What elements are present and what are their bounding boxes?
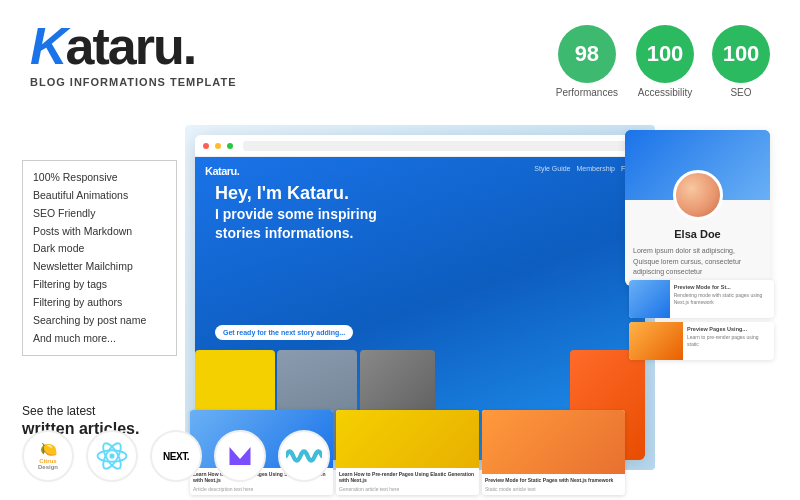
scores-container: 98 Performances 100 Accessibility 100 SE…: [556, 25, 770, 98]
score-circle-accessibility: 100: [636, 25, 694, 83]
address-bar: [243, 141, 637, 151]
right-preview-stack: Preview Mode for St... Rendering mode wi…: [629, 280, 774, 360]
header: Kataru. BLOG INFORMATIONS TEMPLATE 98 Pe…: [0, 0, 800, 108]
profile-card: Elsa Doe Lorem ipsum dolor sit adipiscin…: [625, 130, 770, 286]
rp-card-img-1: [629, 280, 670, 318]
preview-nav: Style Guide Membership FAQ: [534, 165, 635, 172]
score-accessibility: 100 Accessibility: [636, 25, 694, 98]
mock-nav: [195, 135, 645, 157]
right-preview-card-1: Preview Mode for St... Rendering mode wi…: [629, 280, 774, 318]
brand-citrus: 🍋 Citrus Design: [22, 430, 74, 482]
feature-item: Beautiful Animations: [33, 187, 166, 205]
m-icon: [225, 441, 255, 471]
feature-item: 100% Responsive: [33, 169, 166, 187]
brand-next: NEXT.: [150, 430, 202, 482]
page-container: Kataru. BLOG INFORMATIONS TEMPLATE 98 Pe…: [0, 0, 800, 500]
logo-subtitle: BLOG INFORMATIONS TEMPLATE: [30, 76, 236, 88]
logo-rest: ataru.: [66, 17, 196, 75]
mini-card-3: Preview Mode for Static Pages with Next.…: [482, 410, 625, 495]
mini-card-text-2: Learn How to Pre-render Pages Using Elas…: [336, 468, 479, 496]
score-seo: 100 SEO: [712, 25, 770, 98]
logo: Kataru.: [30, 20, 236, 72]
brand-m: [214, 430, 266, 482]
svg-point-3: [109, 453, 114, 458]
feature-item: And much more...: [33, 330, 166, 348]
feature-item: Newsletter Mailchimp: [33, 258, 166, 276]
brand-react: [86, 430, 138, 482]
mini-card-2: Learn How to Pre-render Pages Using Elas…: [336, 410, 479, 495]
hero-text: Hey, I'm Kataru. I provide some inspirin…: [215, 182, 377, 242]
rp-card-text-1: Preview Mode for St... Rendering mode wi…: [670, 280, 774, 318]
score-label-performances: Performances: [556, 87, 618, 98]
score-label-accessibility: Accessibility: [638, 87, 692, 98]
brand-logos: 🍋 Citrus Design NEXT.: [22, 430, 330, 482]
mini-card-img-2: [336, 410, 479, 468]
score-label-seo: SEO: [730, 87, 751, 98]
profile-header-img: [625, 130, 770, 200]
wave-icon: [286, 445, 322, 467]
react-icon: [96, 440, 128, 472]
rp-card-img-2: [629, 322, 683, 360]
score-circle-seo: 100: [712, 25, 770, 83]
feature-item: Filtering by authors: [33, 294, 166, 312]
cta-button[interactable]: Get ready for the next story adding...: [215, 325, 353, 340]
nav-dot-red: [203, 143, 209, 149]
avatar: [673, 170, 723, 220]
preview-logo: Kataru.: [205, 165, 239, 177]
logo-section: Kataru. BLOG INFORMATIONS TEMPLATE: [30, 20, 236, 88]
nav-dot-green: [227, 143, 233, 149]
rp-card-text-2: Preview Pages Using... Learn to pre-rend…: [683, 322, 774, 360]
brand-wave: [278, 430, 330, 482]
score-circle-performances: 98: [558, 25, 616, 83]
feature-item: Searching by post name: [33, 312, 166, 330]
mini-card-text-3: Preview Mode for Static Pages with Next.…: [482, 474, 625, 495]
feature-item: Posts with Markdown: [33, 223, 166, 241]
logo-k: K: [30, 17, 66, 75]
right-preview-card-2: Preview Pages Using... Learn to pre-rend…: [629, 322, 774, 360]
feature-item: Dark mode: [33, 240, 166, 258]
nav-dot-yellow: [215, 143, 221, 149]
features-box: 100% Responsive Beautiful Animations SEO…: [22, 160, 177, 356]
feature-item: SEO Friendly: [33, 205, 166, 223]
feature-item: Filtering by tags: [33, 276, 166, 294]
score-performances: 98 Performances: [556, 25, 618, 98]
mini-card-img-3: [482, 410, 625, 474]
